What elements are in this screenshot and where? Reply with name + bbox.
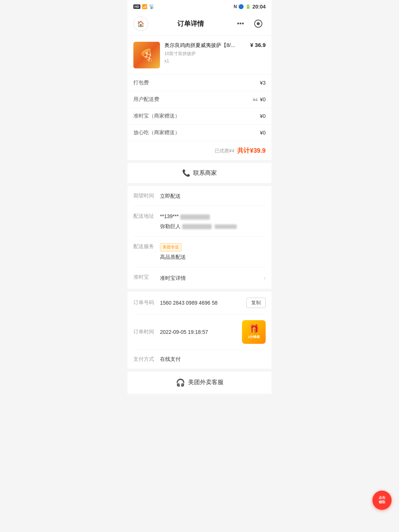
headset-icon: 🎧: [176, 378, 185, 387]
info-key-service: 配送服务: [133, 243, 154, 250]
status-bar: HD 📶 📡 N 🔵 🔋 20:04: [127, 0, 272, 12]
record-button[interactable]: [251, 16, 266, 31]
meituan-badge: 美团专送: [160, 243, 181, 251]
fee-row-delivery: 用户配送费 ¥4 ¥0: [127, 91, 272, 108]
fee-label-1: 用户配送费: [133, 96, 159, 103]
info-val-address: **139*** 弥勒巨人: [160, 212, 266, 230]
fee-row-ontime: 准时宝（商家赠送） ¥0: [127, 108, 272, 125]
info-row-service: 配送服务 美团专送 高品质配送: [133, 237, 266, 267]
home-icon: 🏠: [137, 20, 144, 27]
contact-merchant-label: 联系商家: [193, 169, 217, 177]
product-info: 奥尔良鸡肉拼夏威夷披萨【8/... 10英寸双拼披萨 x1: [164, 42, 246, 64]
service-description: 高品质配送: [160, 253, 266, 261]
product-qty: x1: [164, 58, 246, 64]
time-display: 20:04: [252, 4, 266, 10]
product-spec: 10英寸双拼披萨: [164, 51, 246, 57]
order-key-number: 订单号码: [133, 299, 154, 306]
info-key-ontime: 准时宝: [133, 273, 154, 281]
product-name: 奥尔良鸡肉拼夏威夷披萨【8/...: [164, 42, 246, 49]
info-row-address: 配送地址 **139*** 弥勒巨人: [133, 206, 266, 237]
customer-service-label: 美团外卖客服: [188, 379, 224, 386]
fees-list: 打包费 ¥3 用户配送费 ¥4 ¥0 准时宝（商家赠送） ¥0 放心吃（商家赠送…: [127, 75, 272, 141]
signal-icon: 📶: [142, 4, 147, 9]
fee-amount-1: ¥0: [260, 96, 266, 102]
hd-badge: HD: [133, 4, 140, 9]
info-key-address: 配送地址: [133, 212, 154, 220]
fee-row-safe: 放心吃（商家赠送） ¥0: [127, 125, 272, 141]
status-right: N 🔵 🔋 20:04: [234, 4, 266, 10]
more-button[interactable]: •••: [233, 16, 248, 31]
order-details-section: 订单号码 1560 2843 0989 4696 58 复制 订单时间 2022…: [127, 292, 272, 369]
fee-label-2: 准时宝（商家赠送）: [133, 113, 180, 119]
address-phone: **139***: [160, 212, 266, 220]
order-key-payment: 支付方式: [133, 356, 154, 363]
info-val-ontime: 准时宝详情 ›: [160, 273, 266, 283]
wifi-icon: 📡: [149, 4, 154, 9]
total-amount: 共计¥39.9: [237, 146, 266, 155]
page-header: 🏠 订单详情 •••: [127, 12, 272, 36]
order-row-payment: 支付方式 在线支付: [133, 350, 266, 369]
order-time-value: 2022-09-05 19:18:57: [160, 329, 236, 335]
contact-merchant-section[interactable]: 📞 联系商家: [127, 163, 272, 183]
order-row-time: 订单时间 2022-09-05 19:18:57 🎁 1分钱领: [133, 314, 266, 350]
info-val-service: 美团专送 高品质配送: [160, 243, 266, 261]
product-row: 🍕 奥尔良鸡肉拼夏威夷披萨【8/... 10英寸双拼披萨 x1 ¥ 36.9: [127, 36, 272, 75]
fee-value-2: ¥0: [260, 113, 266, 119]
promo-badge[interactable]: 🎁 1分钱领: [242, 320, 266, 344]
chevron-right-icon: ›: [264, 273, 266, 283]
product-price: ¥ 36.9: [250, 42, 266, 48]
fee-value-1: ¥4 ¥0: [253, 96, 266, 102]
order-info-section: 期望时间 立即配送 配送地址 **139*** 弥勒巨人 配送服务 美团专送 高…: [127, 186, 272, 289]
order-key-time: 订单时间: [133, 329, 154, 335]
total-discount: 已优惠¥4: [215, 148, 234, 154]
info-val-time: 立即配送: [160, 192, 266, 200]
promo-badge-text: 1分钱领: [248, 335, 260, 339]
product-section: 🍕 奥尔良鸡肉拼夏威夷披萨【8/... 10英寸双拼披萨 x1 ¥ 36.9 打…: [127, 36, 272, 160]
battery-icon: 🔋: [245, 4, 251, 9]
address-detail: 弥勒巨人: [160, 222, 266, 230]
record-icon: [254, 20, 262, 28]
promo-badge-icon: 🎁: [249, 324, 259, 334]
bluetooth-icon: 🔵: [238, 4, 244, 9]
fee-value-3: ¥0: [260, 130, 266, 136]
info-row-time: 期望时间 立即配送: [133, 186, 266, 206]
info-row-ontime[interactable]: 准时宝 准时宝详情 ›: [133, 267, 266, 289]
copy-button[interactable]: 复制: [246, 298, 266, 308]
customer-service-section[interactable]: 🎧 美团外卖客服: [127, 372, 272, 394]
address-blurred: [180, 214, 210, 220]
fee-strikethrough-1: ¥4: [253, 97, 258, 102]
address-detail-blurred: [182, 224, 212, 229]
status-left: HD 📶 📡: [133, 4, 154, 9]
fee-label-0: 打包费: [133, 79, 149, 86]
phone-icon: 📞: [182, 169, 190, 177]
order-number-value: 1560 2843 0989 4696 58: [160, 300, 241, 306]
nfc-icon: N: [234, 4, 237, 9]
total-row: 已优惠¥4 共计¥39.9: [127, 141, 272, 160]
header-actions: •••: [233, 16, 266, 31]
home-button[interactable]: 🏠: [133, 16, 148, 31]
fee-row-packing: 打包费 ¥3: [127, 75, 272, 91]
page-title: 订单详情: [177, 19, 204, 28]
info-key-time: 期望时间: [133, 192, 154, 200]
order-row-number: 订单号码 1560 2843 0989 4696 58 复制: [133, 292, 266, 314]
fee-label-3: 放心吃（商家赠送）: [133, 129, 180, 136]
more-icon: •••: [237, 20, 244, 28]
order-payment-value: 在线支付: [160, 356, 266, 363]
product-image: 🍕: [133, 42, 160, 68]
fee-value-0: ¥3: [260, 80, 266, 86]
address-detail-blurred2: [215, 224, 237, 229]
